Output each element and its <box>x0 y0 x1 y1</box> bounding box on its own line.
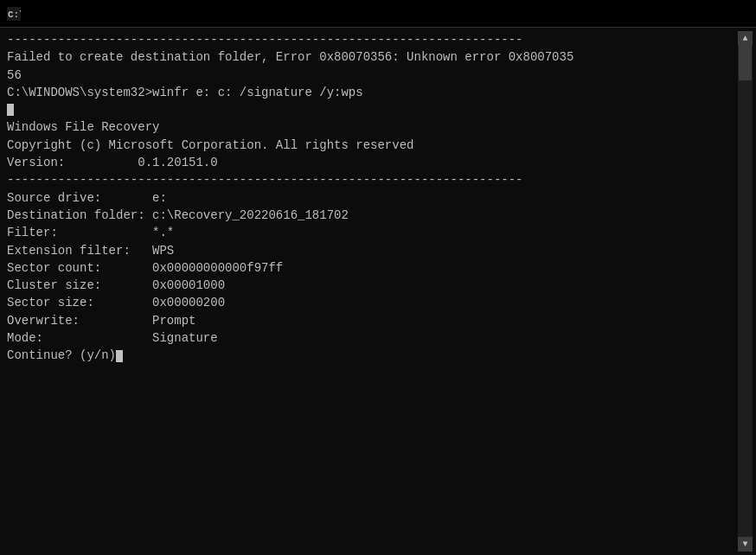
scroll-thumb[interactable] <box>739 46 752 80</box>
console-line-17: Sector count: 0x00000000000f97ff <box>7 259 731 277</box>
console-line-12: Source drive: e: <box>7 189 731 207</box>
console-line-4: C:\WINDOWS\system32>winfr e: c: /signatu… <box>7 84 731 101</box>
maximize-button[interactable] <box>670 0 709 28</box>
scroll-down-arrow[interactable]: ▼ <box>738 537 753 552</box>
console-output[interactable]: ----------------------------------------… <box>0 31 738 552</box>
scroll-up-arrow[interactable]: ▲ <box>738 31 753 46</box>
scroll-track[interactable] <box>738 46 753 537</box>
close-button[interactable] <box>709 0 749 28</box>
title-bar-controls <box>630 0 749 28</box>
console-line-15: Extension filter: WPS <box>7 242 731 259</box>
console-line-0: ----------------------------------------… <box>7 31 731 48</box>
console-line-2: 56 <box>7 67 731 84</box>
title-bar-left: C:\ <box>7 7 28 21</box>
console-line-7: Windows File Recovery <box>7 118 731 136</box>
console-line-1: Failed to create destination folder, Err… <box>7 48 731 66</box>
console-line-18: Cluster size: 0x00001000 <box>7 277 731 294</box>
cursor <box>7 104 14 116</box>
console-line-8: Copyright (c) Microsoft Corporation. All… <box>7 137 731 154</box>
minimize-button[interactable] <box>630 0 670 28</box>
console-line-19: Sector size: 0x00000200 <box>7 294 731 311</box>
continue-prompt-line: Continue? (y/n) <box>7 347 731 364</box>
console-line-6 <box>7 101 731 118</box>
console-line-13: Destination folder: c:\Recovery_20220616… <box>7 207 731 224</box>
svg-text:C:\: C:\ <box>8 10 21 20</box>
console-line-9: Version: 0.1.20151.0 <box>7 154 731 171</box>
console-line-21: Mode: Signature <box>7 329 731 347</box>
console-line-14: Filter: *.* <box>7 224 731 241</box>
console-line-10: ----------------------------------------… <box>7 171 731 188</box>
console-line-20: Overwrite: Prompt <box>7 312 731 329</box>
input-cursor <box>116 350 123 362</box>
scrollbar[interactable]: ▲ ▼ <box>738 31 753 552</box>
console-area: ----------------------------------------… <box>0 28 756 555</box>
cmd-icon: C:\ <box>7 7 21 21</box>
title-bar: C:\ <box>0 0 756 28</box>
